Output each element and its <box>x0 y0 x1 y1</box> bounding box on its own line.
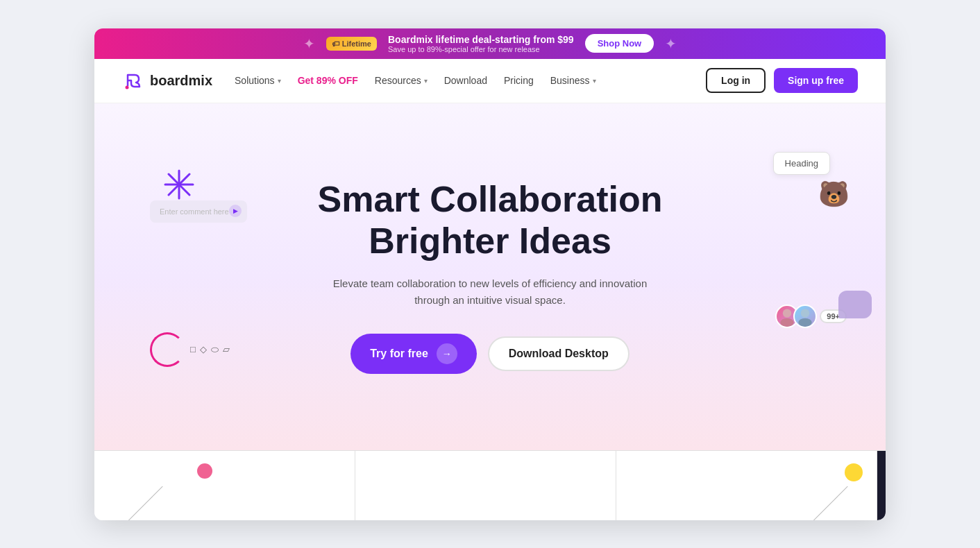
hero-title: Smart Collaboration Brighter Ideas <box>316 179 664 262</box>
bear-decoration: 🐻 <box>818 180 850 209</box>
promo-star-left: ✦ <box>303 35 315 52</box>
nav-download[interactable]: Download <box>444 75 487 86</box>
avatar-2 <box>793 305 817 328</box>
svg-rect-0 <box>122 69 144 92</box>
preview-dot-yellow <box>845 463 863 481</box>
comment-send-icon: ▶ <box>229 205 242 217</box>
preview-col-2 <box>355 451 616 520</box>
solutions-chevron-icon: ▾ <box>278 77 281 85</box>
preview-line-right <box>808 486 847 520</box>
promo-lifetime-icon: 🏷 Lifetime <box>326 37 377 51</box>
navbar: boardmix Solutions ▾ Get 89% OFF Resourc… <box>94 59 886 103</box>
svg-point-6 <box>783 309 791 317</box>
hero-content: Smart Collaboration Brighter Ideas Eleva… <box>316 179 664 375</box>
preview-col-3 <box>616 451 877 520</box>
login-button[interactable]: Log in <box>706 68 766 93</box>
nav-pricing[interactable]: Pricing <box>504 75 534 86</box>
promo-star-right: ✦ <box>665 35 677 52</box>
bubble-decoration <box>838 291 872 318</box>
avatars-decoration: 99+ <box>775 305 847 328</box>
promo-subtitle: Save up to 89%-special offer for new rel… <box>388 45 540 53</box>
boardmix-logo-icon <box>122 69 144 92</box>
shape-icons: □ ◇ ⬭ ▱ <box>190 344 230 355</box>
preview-col-dark <box>877 451 886 520</box>
svg-line-4 <box>169 174 189 195</box>
browser-frame: ✦ 🏷 Lifetime Boardmix lifetime deal-star… <box>94 28 886 520</box>
nav-resources[interactable]: Resources ▾ <box>375 75 428 86</box>
asterisk-decoration <box>164 169 194 206</box>
nav-actions: Log in Sign up free <box>706 68 858 93</box>
arrow-icon: → <box>437 343 457 364</box>
preview-dot-pink <box>197 463 212 479</box>
resources-chevron-icon: ▾ <box>424 77 428 85</box>
avatar-1 <box>775 305 799 328</box>
shapes-decoration: □ ◇ ⬭ ▱ <box>150 332 230 367</box>
nav-items: Solutions ▾ Get 89% OFF Resources ▾ Down… <box>235 75 684 86</box>
promo-title: Boardmix lifetime deal-starting from $99 <box>388 34 574 45</box>
promo-text-block: Boardmix lifetime deal-starting from $99… <box>388 34 574 53</box>
logo-text: boardmix <box>150 73 212 89</box>
download-desktop-button[interactable]: Download Desktop <box>488 336 630 371</box>
svg-point-7 <box>781 318 794 326</box>
nav-solutions[interactable]: Solutions ▾ <box>235 75 281 86</box>
logo-link[interactable]: boardmix <box>122 69 212 92</box>
preview-col-1 <box>94 451 355 520</box>
hero-subtitle: Elevate team collaboration to new levels… <box>316 275 664 309</box>
heading-card-decoration: Heading <box>773 152 830 175</box>
shop-now-button[interactable]: Shop Now <box>585 34 654 53</box>
hero-section: Enter comment here ▶ □ ◇ ⬭ ▱ Heading 🐻 <box>94 103 886 450</box>
svg-line-5 <box>169 174 189 195</box>
hero-buttons: Try for free → Download Desktop <box>316 334 664 374</box>
avatar-count: 99+ <box>820 309 847 323</box>
preview-section <box>94 450 886 520</box>
signup-button[interactable]: Sign up free <box>774 68 858 93</box>
lifetime-badge: 🏷 Lifetime <box>326 37 377 51</box>
svg-point-1 <box>126 86 129 89</box>
circle-outline-shape <box>150 332 185 367</box>
svg-point-8 <box>801 309 809 317</box>
comment-decoration: Enter comment here ▶ <box>150 200 247 223</box>
promo-banner: ✦ 🏷 Lifetime Boardmix lifetime deal-star… <box>94 28 886 59</box>
preview-line-left <box>123 486 162 520</box>
svg-point-9 <box>799 318 812 326</box>
nav-business[interactable]: Business ▾ <box>550 75 596 86</box>
nav-promo[interactable]: Get 89% OFF <box>298 75 358 86</box>
business-chevron-icon: ▾ <box>593 77 596 85</box>
try-free-button[interactable]: Try for free → <box>350 334 477 374</box>
